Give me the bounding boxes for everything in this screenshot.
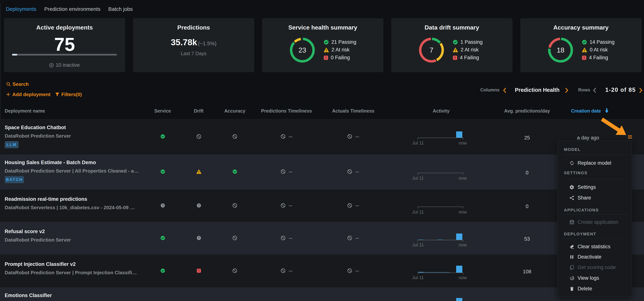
svg-text:23: 23 [298,46,306,54]
svg-text:7: 7 [430,46,434,54]
svg-text:?: ? [198,204,200,207]
svg-text:18: 18 [556,46,564,54]
svg-text:?: ? [198,236,200,240]
svg-text:?: ? [162,204,164,207]
